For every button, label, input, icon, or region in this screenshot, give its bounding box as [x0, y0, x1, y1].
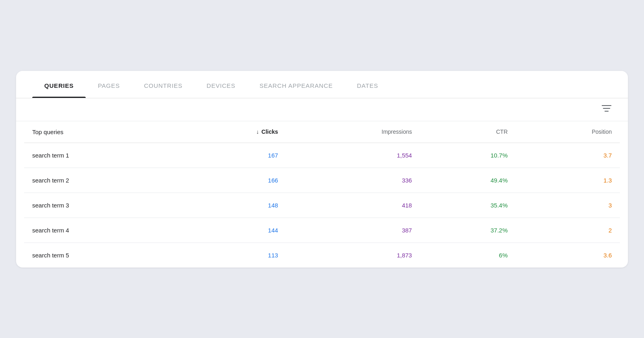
table-row: search term 314841835.4%3 [24, 193, 620, 218]
main-card: QUERIES PAGES COUNTRIES DEVICES SEARCH A… [16, 71, 628, 267]
cell-impressions: 387 [286, 218, 420, 243]
cell-query: search term 1 [24, 143, 177, 168]
cell-ctr: 49.4% [420, 168, 516, 193]
cell-position: 2 [516, 218, 620, 243]
table-row: search term 216633649.4%1.3 [24, 168, 620, 193]
cell-position: 1.3 [516, 168, 620, 193]
filter-bar [16, 98, 628, 121]
tab-queries[interactable]: QUERIES [32, 71, 86, 98]
cell-query: search term 5 [24, 243, 177, 267]
cell-clicks: 167 [177, 143, 286, 168]
tab-countries[interactable]: COUNTRIES [132, 71, 195, 98]
tab-search-appearance[interactable]: SEARCH APPEARANCE [248, 71, 345, 98]
cell-clicks: 166 [177, 168, 286, 193]
col-header-query: Top queries [24, 121, 177, 143]
cell-query: search term 4 [24, 218, 177, 243]
table-body: search term 11671,55410.7%3.7search term… [24, 143, 620, 267]
col-header-ctr: CTR [420, 121, 516, 143]
table-row: search term 11671,55410.7%3.7 [24, 143, 620, 168]
col-header-impressions: Impressions [286, 121, 420, 143]
table-row: search term 414438737.2%2 [24, 218, 620, 243]
cell-impressions: 336 [286, 168, 420, 193]
tab-pages[interactable]: PAGES [86, 71, 132, 98]
table-header-row: Top queries ↓Clicks Impressions CTR Posi… [24, 121, 620, 143]
col-header-clicks[interactable]: ↓Clicks [177, 121, 286, 143]
filter-icon[interactable] [601, 104, 612, 115]
cell-position: 3.7 [516, 143, 620, 168]
cell-impressions: 1,554 [286, 143, 420, 168]
cell-ctr: 10.7% [420, 143, 516, 168]
table-row: search term 51131,8736%3.6 [24, 243, 620, 267]
cell-clicks: 113 [177, 243, 286, 267]
cell-clicks: 148 [177, 193, 286, 218]
tab-devices[interactable]: DEVICES [194, 71, 247, 98]
cell-ctr: 37.2% [420, 218, 516, 243]
cell-impressions: 1,873 [286, 243, 420, 267]
tab-dates[interactable]: DATES [345, 71, 390, 98]
sort-down-icon: ↓ [256, 129, 259, 135]
cell-position: 3.6 [516, 243, 620, 267]
cell-ctr: 35.4% [420, 193, 516, 218]
data-table-wrapper: Top queries ↓Clicks Impressions CTR Posi… [16, 121, 628, 267]
cell-position: 3 [516, 193, 620, 218]
cell-query: search term 2 [24, 168, 177, 193]
cell-query: search term 3 [24, 193, 177, 218]
cell-impressions: 418 [286, 193, 420, 218]
cell-ctr: 6% [420, 243, 516, 267]
col-header-position: Position [516, 121, 620, 143]
cell-clicks: 144 [177, 218, 286, 243]
tab-bar: QUERIES PAGES COUNTRIES DEVICES SEARCH A… [16, 71, 628, 98]
queries-table: Top queries ↓Clicks Impressions CTR Posi… [24, 121, 620, 267]
